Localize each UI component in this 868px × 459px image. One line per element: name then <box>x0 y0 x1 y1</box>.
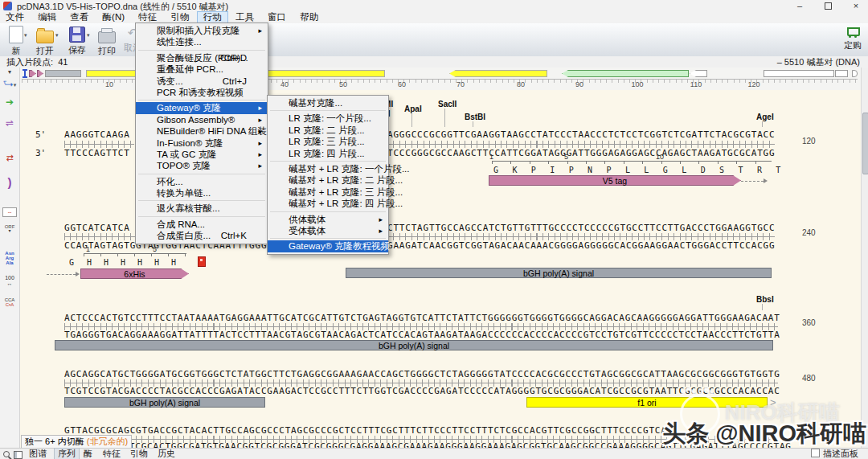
enzyme-agei[interactable]: AgeI <box>756 113 774 121</box>
menu-help[interactable]: 帮助 <box>294 12 324 23</box>
enzyme-bbsi[interactable]: BbsI <box>756 295 774 304</box>
menu-item-topo-cloning[interactable]: TOPO® 克隆▸ <box>136 160 268 171</box>
menu-item-in-fusion-cloning[interactable]: In-Fusion® 克隆▸ <box>136 137 268 149</box>
his-tag-feature[interactable]: 6xHis <box>80 268 189 279</box>
menu-item-anneal-oligos[interactable]: 退火寡核苷酸... <box>136 203 268 214</box>
menu-item-mutagenesis[interactable]: 诱变...Ctrl+J <box>136 76 268 87</box>
minimap-feature-yellow-2[interactable] <box>449 70 547 77</box>
submenu-item-lr-one-fragment[interactable]: LR 克隆: 一个片段... <box>268 113 388 124</box>
enzyme-display-button[interactable]: ⮑▾ <box>2 77 18 93</box>
submenu-item-bp-lr-one-fragment[interactable]: 碱基对 + LR 克隆: 一个片段... <box>268 163 388 174</box>
menu-item-pcr-tutorial-videos[interactable]: PCR 和诱变教程视频 <box>136 87 268 98</box>
minimap-feature-white-box-2[interactable] <box>835 70 848 77</box>
menu-edit[interactable]: 编辑 <box>32 12 62 23</box>
submenu-item-bp-lr-two-fragments[interactable]: 碱基对 + LR 克隆: 二 片段... <box>268 174 388 186</box>
tab-sequence[interactable]: 序列 <box>55 449 79 459</box>
menu-item-linear-ligation[interactable]: 线性连接... <box>136 36 268 47</box>
vertical-scrollbar[interactable] <box>861 68 868 448</box>
tab-enzymes[interactable]: 酶 <box>80 449 96 459</box>
menu-item-convert-single-strand[interactable]: 转换为单链... <box>136 187 268 199</box>
minimize-button[interactable]: – <box>788 0 812 12</box>
submenu-item-bp-lr-three-fragments[interactable]: 碱基对 + LR 克隆: 三 片段... <box>268 186 388 198</box>
order-button[interactable]: 定购 <box>841 26 865 51</box>
menu-item-synthesize-protein[interactable]: 合成蛋白质...Ctrl+K <box>136 230 268 241</box>
bgh-polya-feature-1[interactable]: bGH poly(A) signal <box>346 268 772 278</box>
restore-button[interactable] <box>816 0 840 12</box>
print-button[interactable]: 打印 <box>93 26 121 57</box>
submenu-item-gateway-tutorial-video[interactable]: Gateway® 克隆教程视频 <box>268 240 388 252</box>
submenu-item-lr-three-fragments[interactable]: LR 克隆: 三 片段... <box>268 136 388 147</box>
menu-enzymes[interactable]: 酶(N) <box>97 12 130 23</box>
seq-b3-top[interactable]: ACTCCCACTGTCCTTTCCTAATAAAATGAGGAAATTGCAT… <box>64 313 780 323</box>
features-toggle-button[interactable]: ➔ <box>2 96 18 111</box>
menu-item-ta-gc-cloning[interactable]: TA 或 GC 克隆▸ <box>136 149 268 160</box>
minimap-feature-gray[interactable] <box>45 70 81 77</box>
menu-item-pcr[interactable]: 聚合酶链反应 (PCR)...Ctrl+D <box>136 52 268 64</box>
seq-b1-bottom-left[interactable]: TTCCCAGTTCT <box>64 148 130 158</box>
seq-b1-top-left[interactable]: AAGGGTCAAGA <box>64 129 130 140</box>
collapse-icon[interactable]: – <box>777 57 782 67</box>
translation-toggle-button[interactable]: ⇄ <box>2 153 18 167</box>
seq-b1-bottom-right[interactable]: TCCCGGGCGCCAAGCTTCCATTCGGATAGGGATTGGGAGA… <box>387 148 775 158</box>
menu-item-nebuilder-hifi[interactable]: NEBuilder® HiFi DNA 组装▸ <box>136 125 268 137</box>
menu-item-gibson-assembly[interactable]: Gibson Assembly®▸ <box>136 114 268 125</box>
panel-layout-icon[interactable] <box>14 451 23 459</box>
submenu-item-bp-lr-four-fragments[interactable]: 碱基对 + LR 克隆: 四 片段... <box>268 198 388 209</box>
primers-toggle-button[interactable]: ⇌ <box>2 117 18 132</box>
search-icon[interactable] <box>3 451 10 457</box>
ruler-display-button[interactable]: 100↔ <box>2 275 18 288</box>
seq-b4-top[interactable]: AGCAGGCATGCTGGGGATGCGGTGGGCTCTATGGCTTCTG… <box>64 369 780 379</box>
menu-item-synthesize-rna[interactable]: 合成 RNA... <box>136 219 268 230</box>
submenu-item-lr-two-fragments[interactable]: LR 克隆: 二 片段... <box>268 125 388 136</box>
enzyme-apai[interactable]: ApaI <box>404 105 422 113</box>
minimap-feature-pink-1[interactable] <box>29 70 36 77</box>
open-button[interactable]: ▾ 打开 <box>31 26 59 57</box>
scrollbar-thumb[interactable] <box>862 113 868 174</box>
seq-b4-bottom[interactable]: TCGTCCGTACGACCCCTACGCCACCCGAGATACCGAAGAC… <box>64 386 780 396</box>
submenu-item-donor-vectors[interactable]: 供体载体▸ <box>268 214 388 225</box>
menu-item-restriction-insertion-cloning[interactable]: 限制和插入片段克隆▸ <box>136 25 268 36</box>
menu-actions[interactable]: 行动 <box>198 12 227 23</box>
enzyme-sacii[interactable]: SacII <box>438 100 457 109</box>
submenu-item-bp-cloning[interactable]: 碱基对克隆... <box>268 97 388 109</box>
submenu-item-lr-four-fragments[interactable]: LR 克隆: 四 片段... <box>268 148 388 159</box>
orf-display-button[interactable]: ORF▾ <box>2 225 18 238</box>
seq-b3-bottom[interactable]: TGAGGGTGACAGGAAAGGATTATTTTACTCCTTTAACGTA… <box>64 330 780 340</box>
enzyme-bstbi[interactable]: BstBI <box>465 113 485 121</box>
save-dropdown-icon[interactable]: ▾ <box>87 32 90 39</box>
menu-item-overlap-extension-pcr[interactable]: 重叠延伸 PCR... <box>136 64 268 75</box>
menu-window[interactable]: 窗口 <box>262 12 292 23</box>
minimap-feature-green[interactable] <box>562 70 689 77</box>
menu-item-gateway-cloning[interactable]: Gateway® 克隆▸ <box>136 102 268 113</box>
dashes-display-button[interactable]: -- <box>2 203 18 214</box>
new-button[interactable]: ▾ 新 <box>3 26 29 57</box>
menu-primers[interactable]: 引物 <box>165 12 194 23</box>
open-dropdown-icon[interactable]: ▾ <box>55 32 59 39</box>
submenu-item-destination-vectors[interactable]: 受体载体▸ <box>268 225 388 236</box>
menu-view[interactable]: 查看 <box>64 12 94 23</box>
tab-features[interactable]: 特征 <box>100 449 124 459</box>
save-button[interactable]: ▾ 保存 <box>63 26 92 56</box>
menu-features[interactable]: 特征 <box>133 12 162 23</box>
seq-b5-top[interactable]: GTTACGCGCAGCGTGACCGCTACACTTGCCAGCGCCCTAG… <box>64 425 667 436</box>
seq-b2-bottom-right[interactable]: GAAGATCAACGGTCGGTAGACAACAAACGGGGAGGGGGCA… <box>387 240 775 251</box>
seq-b1-top-right[interactable]: AGGGCCCGCGGTTCGAAGGTAAGCCTATCCCTAACCCTCT… <box>387 129 775 140</box>
tab-history[interactable]: 历史 <box>154 449 178 459</box>
minimap-feature-pink-2[interactable] <box>37 70 43 77</box>
curve-display-button[interactable]: ) <box>2 175 18 191</box>
tab-primers[interactable]: 引物 <box>127 449 151 459</box>
tab-map[interactable]: 图谱 <box>26 449 50 459</box>
bgh-polya-feature-3[interactable]: bGH poly(A) signal <box>64 397 265 408</box>
menu-file[interactable]: 文件 <box>0 12 30 23</box>
sidebar-collapse-icon[interactable]: ▾ <box>2 68 18 76</box>
bgh-polya-feature-2[interactable]: bGH poly(A) signal <box>55 340 773 350</box>
menu-item-circularize[interactable]: 环化... <box>136 176 268 187</box>
minimap-feature-white-box-1[interactable] <box>764 70 834 77</box>
close-button[interactable]: × <box>844 0 868 12</box>
menu-tools[interactable]: 工具 <box>230 12 260 23</box>
codon-display-button[interactable]: CCAC▪A <box>2 297 18 310</box>
seq-b2-top-left[interactable]: GGTCATCATCA <box>64 223 130 233</box>
seq-b2-top-right[interactable]: CTTCTAGTTGCCAGCCATCTGTTGTTTGCCCCTCCCCCGT… <box>387 223 775 233</box>
minimap-feature-white-arrow[interactable] <box>690 70 707 77</box>
amino-acid-display-button[interactable]: Asn Arg Ala <box>2 251 18 265</box>
